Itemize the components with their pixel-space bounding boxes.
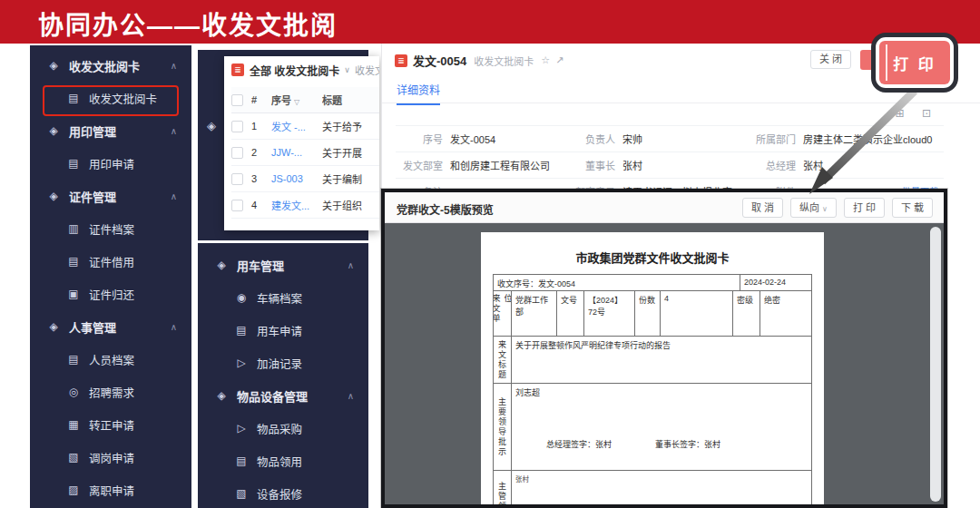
chairman-signature: 董事长签字：张村 (655, 438, 720, 450)
select-all-checkbox[interactable] (231, 94, 251, 106)
sidebar-item-cheliang[interactable]: ◉ 车辆档案 (198, 281, 368, 314)
row-serial-link[interactable]: 建发文... (271, 198, 322, 212)
item-label: 用印申请 (89, 155, 134, 172)
person-link[interactable]: 张村 (803, 152, 944, 178)
sidebar-item-renyuan-archive[interactable]: ▤ 人员档案 (30, 343, 191, 376)
person-link[interactable]: 张村 (622, 152, 747, 178)
field-value: 发文-0054 (450, 126, 570, 151)
modal-scrollbar[interactable] (930, 227, 941, 502)
row-title: 关于开展 (322, 145, 379, 160)
item-label: 物品领用 (257, 453, 302, 470)
clipboard-icon: ▤ (66, 157, 81, 170)
leader-cell: 刘志超 总经理签字：张村 董事长签字：张村 (512, 384, 811, 470)
sidebar-item-jiayou[interactable]: ▷ 加油记录 (198, 347, 368, 379)
sidebar-item-zhengjian-borrow[interactable]: ▤ 证件借用 (30, 245, 191, 278)
row-checkbox[interactable] (231, 173, 251, 185)
list-title[interactable]: 全部 收发文批阅卡 (250, 63, 339, 78)
leader-label: 主要领导批示 (494, 384, 512, 470)
copies-label: 份数 (635, 291, 661, 336)
sidebar-item-lingyong[interactable]: ▤ 物品领用 (198, 444, 368, 477)
layers-icon: ◈ (46, 320, 61, 333)
sidebar-group-yongyin[interactable]: ◈ 用印管理 ∧ (30, 114, 191, 147)
row-checkbox[interactable] (231, 147, 251, 159)
preview-row-title: 来文标题 关于开展整顿作风严明纪律专项行动的报告 (494, 337, 811, 384)
doc-no-value: 【2024】72号 (584, 291, 635, 336)
field-row: 发文部室 和创房建工程有限公司 董事长 张村 总经理 张村 (396, 152, 944, 179)
supervisor-label: 主管领导批示 (494, 471, 512, 508)
row-serial-link[interactable]: JS-003 (271, 173, 322, 184)
field-label: 负责人 (570, 126, 622, 151)
doc-no-label: 文号 (557, 291, 584, 336)
list-header: ≣ 全部 收发文批阅卡 ∨ 收发文批阅卡 (224, 56, 379, 83)
close-button[interactable]: 关 闭 (810, 50, 851, 69)
print-button-zoomed[interactable]: 打 印 (879, 41, 950, 84)
table-row[interactable]: 4 建发文... 关于组织 (231, 192, 379, 219)
star-icon[interactable]: ☆ (541, 54, 550, 66)
view-toggle-icons[interactable]: ⊞ ⊡ (896, 107, 938, 120)
filter-icon[interactable]: ▽ (294, 98, 299, 106)
doc-title-value: 关于开展整顿作风严明纪律专项行动的报告 (512, 337, 811, 383)
field-label: 所属部门 (747, 126, 803, 151)
sidebar-item-zhaopin[interactable]: ◎ 招聘需求 (30, 376, 191, 408)
field-value: 和创房建工程有限公司 (450, 152, 570, 178)
secrecy-label: 密级 (733, 291, 760, 336)
row-checkbox[interactable] (231, 200, 251, 211)
modal-download-button[interactable]: 下 载 (892, 198, 933, 218)
sidebar-group-yongche[interactable]: ◈ 用车管理 ∧ (198, 249, 368, 281)
group-label: 收发文批阅卡 (69, 57, 140, 74)
row-serial-link[interactable]: 发文 -... (271, 119, 322, 133)
item-label: 证件档案 (89, 220, 134, 238)
chevron-down-icon[interactable]: ∨ (344, 65, 350, 74)
table-row[interactable]: 2 JJW-... 关于开展 (231, 140, 379, 166)
item-label: 加油记录 (257, 355, 302, 372)
table-row[interactable]: 3 JS-003 关于编制 (231, 166, 379, 192)
group-label: 物品设备管理 (237, 387, 308, 405)
open-external-icon[interactable]: ↗ (555, 54, 564, 66)
chevron-up-icon: ∧ (348, 260, 354, 270)
preview-row-leader: 主要领导批示 刘志超 总经理签字：张村 董事长签字：张村 (494, 384, 811, 471)
column-title: 标题 (322, 93, 379, 107)
sidebar-item-caigou[interactable]: ▷ 物品采购 (198, 412, 368, 444)
table-row[interactable]: 1 发文 -... 关于给予 (231, 113, 379, 140)
preview-doc-title: 市政集团党群文件收文批阅卡 (481, 249, 824, 266)
doc-id: 发文-0054 (413, 52, 466, 69)
gm-signature: 总经理签字：张村 (546, 438, 612, 450)
sidebar-item-yongyin-apply[interactable]: ▤ 用印申请 (30, 147, 191, 180)
sidebar-item-diaogang[interactable]: ▧ 调岗申请 (30, 441, 191, 474)
document-list-panel: ≣ 全部 收发文批阅卡 ∨ 收发文批阅卡 # 序号▽ 标题 1 发文 -... … (224, 56, 379, 230)
layers-icon: ◈ (214, 259, 229, 271)
column-index: # (251, 94, 271, 105)
list-table: # 序号▽ 标题 1 发文 -... 关于给予 2 JJW-... 关于开展 3… (231, 87, 379, 219)
cancel-button[interactable]: 取 消 (742, 198, 783, 218)
transfer-icon: ▧ (66, 451, 81, 464)
sidebar-item-zhengjian-return[interactable]: ▣ 证件归还 (30, 278, 191, 310)
item-label: 物品采购 (257, 420, 302, 437)
column-serial[interactable]: 序号▽ (271, 93, 322, 107)
field-row: 序号 发文-0054 负责人 宋帅 所属部门 房建主体二类演示企业cloud0 (396, 126, 944, 152)
person-link[interactable]: 宋帅 (622, 126, 747, 151)
sidebar-item-baoxiu[interactable]: ▧ 设备报修 (198, 477, 368, 508)
repair-icon: ▧ (234, 487, 249, 500)
row-checkbox[interactable] (231, 121, 251, 132)
chevron-up-icon: ∧ (348, 391, 354, 401)
tab-details[interactable]: 详细资料 (397, 82, 440, 105)
row-serial-link[interactable]: JJW-... (271, 147, 322, 158)
field-label: 发文部室 (396, 152, 450, 178)
sidebar-group-wupin[interactable]: ◈ 物品设备管理 ∧ (198, 379, 368, 412)
sidebar-item-zhuanzheng[interactable]: ▦ 转正申请 (30, 408, 191, 441)
table-header-row: # 序号▽ 标题 (231, 87, 379, 113)
top-banner: 协同办公——收发文批阅 (0, 0, 980, 44)
modal-print-button[interactable]: 打 印 (844, 198, 885, 218)
sidebar-item-lizhi[interactable]: ▨ 离职申请 (30, 474, 191, 506)
layers-icon: ◈ (46, 59, 61, 72)
sidebar-item-zhengjian-archive[interactable]: ▥ 证件档案 (30, 212, 191, 245)
page-title: 协同办公——收发文批阅 (38, 5, 338, 42)
sidebar-group-zhengjian[interactable]: ◈ 证件管理 ∧ (30, 180, 191, 212)
sidebar-item-yongche-apply[interactable]: ▤ 用车申请 (198, 314, 368, 347)
layers-icon: ◈ (46, 190, 61, 202)
orientation-select[interactable]: 纵向∨ (790, 198, 837, 218)
sidebar-group-shoufawen[interactable]: ◈ 收发文批阅卡 ∧ (30, 49, 191, 82)
sidebar-group-renshi[interactable]: ◈ 人事管理 ∧ (30, 310, 191, 343)
field-value: 房建主体二类演示企业cloud0 (803, 126, 944, 151)
briefcase-icon: ▦ (66, 418, 81, 431)
